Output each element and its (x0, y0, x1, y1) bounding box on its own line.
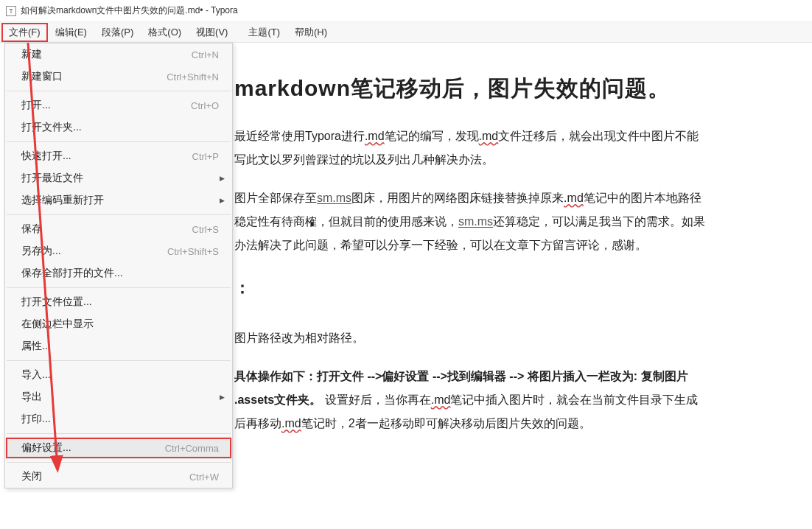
menu-item-shortcut: Ctrl+S (192, 224, 219, 235)
menu-item-label: 打开最近文件 (21, 172, 83, 185)
menu-item-label: 导出 (21, 390, 42, 404)
menu-item-label: 打开... (21, 99, 51, 112)
menu-bar: 文件(F) 编辑(E) 段落(P) 格式(O) 视图(V) 主题(T) 帮助(H… (0, 22, 812, 43)
menu-item[interactable]: 打开最近文件▶ (5, 167, 232, 189)
menu-separator (7, 141, 231, 142)
menu-item-shortcut: Ctrl+O (191, 100, 219, 111)
menu-item-label: 另存为... (21, 245, 61, 258)
menu-item[interactable]: 打印... (5, 408, 232, 430)
menu-item[interactable]: 保存全部打开的文件... (5, 262, 232, 284)
menu-item-shortcut: Ctrl+Shift+S (167, 246, 219, 257)
paragraph: 最近经常使用Typora进行.md笔记的编写，发现.md文件迁移后，就会出现文件… (234, 125, 806, 172)
menu-item-label: 属性... (21, 340, 51, 353)
menu-item-shortcut: Ctrl+W (189, 472, 219, 483)
menu-edit[interactable]: 编辑(E) (48, 23, 94, 42)
menu-separator (7, 433, 231, 434)
menu-item[interactable]: 快速打开...Ctrl+P (5, 145, 232, 167)
menu-item-label: 打开文件夹... (21, 121, 82, 134)
paragraph: 图片全部保存至sm.ms图床，用图片的网络图床链接替换掉原来.md笔记中的图片本… (234, 186, 806, 257)
window-title: 如何解决markdown文件中图片失效的问题.md• - Typora (21, 4, 238, 17)
submenu-arrow-icon: ▶ (220, 197, 225, 204)
menu-item-shortcut: Ctrl+Comma (165, 443, 219, 454)
app-icon: T (6, 6, 16, 16)
menu-separator (7, 462, 231, 463)
menu-item[interactable]: 新建Ctrl+N (5, 43, 232, 66)
menu-item[interactable]: 导入... (5, 364, 232, 386)
paragraph: ： (234, 272, 806, 304)
menu-item[interactable]: 另存为...Ctrl+Shift+S (5, 240, 232, 262)
menu-file[interactable]: 文件(F) (1, 23, 48, 42)
title-bar: T 如何解决markdown文件中图片失效的问题.md• - Typora (0, 0, 812, 22)
menu-item[interactable]: 关闭Ctrl+W (5, 466, 232, 488)
menu-item-shortcut: Ctrl+P (192, 151, 219, 162)
menu-theme[interactable]: 主题(T) (241, 23, 287, 42)
menu-separator (7, 214, 231, 215)
menu-format[interactable]: 格式(O) (141, 23, 189, 42)
menu-item[interactable]: 导出▶ (5, 386, 232, 408)
menu-item-label: 在侧边栏中显示 (21, 318, 94, 331)
menu-item[interactable]: 偏好设置...Ctrl+Comma (5, 437, 232, 459)
document-heading: markdown笔记移动后，图片失效的问题。 (234, 74, 806, 104)
paragraph: 图片路径改为相对路径。 (234, 326, 806, 350)
menu-item-label: 新建 (21, 48, 42, 61)
menu-separator (7, 287, 231, 288)
menu-separator (7, 360, 231, 361)
menu-help[interactable]: 帮助(H) (287, 23, 335, 42)
submenu-arrow-icon: ▶ (220, 175, 225, 182)
file-menu-dropdown: 新建Ctrl+N新建窗口Ctrl+Shift+N打开...Ctrl+O打开文件夹… (4, 43, 233, 488)
menu-item[interactable]: 打开文件位置... (5, 291, 232, 313)
submenu-arrow-icon: ▶ (220, 393, 225, 401)
menu-item-label: 关闭 (21, 470, 42, 483)
menu-item-label: 导入... (21, 368, 51, 382)
menu-item[interactable]: 在侧边栏中显示 (5, 313, 232, 335)
menu-separator (7, 91, 231, 91)
menu-item-label: 保存 (21, 223, 42, 236)
menu-item[interactable]: 新建窗口Ctrl+Shift+N (5, 66, 232, 88)
menu-item-label: 选择编码重新打开 (21, 194, 104, 207)
menu-item[interactable]: 保存Ctrl+S (5, 218, 232, 240)
menu-item-label: 快速打开... (21, 150, 71, 163)
menu-item[interactable]: 打开...Ctrl+O (5, 94, 232, 116)
menu-item-label: 打开文件位置... (21, 295, 92, 309)
menu-item[interactable]: 属性... (5, 335, 232, 357)
menu-item[interactable]: 打开文件夹... (5, 116, 232, 139)
menu-item-label: 打印... (21, 413, 51, 426)
menu-view[interactable]: 视图(V) (189, 23, 235, 42)
menu-item-shortcut: Ctrl+Shift+N (167, 71, 219, 83)
menu-paragraph[interactable]: 段落(P) (94, 23, 141, 42)
menu-item-label: 保存全部打开的文件... (21, 267, 123, 280)
menu-item-shortcut: Ctrl+N (192, 49, 219, 60)
editor-content[interactable]: markdown笔记移动后，图片失效的问题。 最近经常使用Typora进行.md… (234, 74, 812, 450)
menu-item-label: 偏好设置... (21, 441, 71, 455)
menu-item[interactable]: 选择编码重新打开▶ (5, 189, 232, 211)
paragraph: 具体操作如下：打开文件 -->偏好设置 -->找到编辑器 --> 将图片插入一栏… (234, 365, 806, 435)
menu-item-label: 新建窗口 (21, 70, 63, 83)
